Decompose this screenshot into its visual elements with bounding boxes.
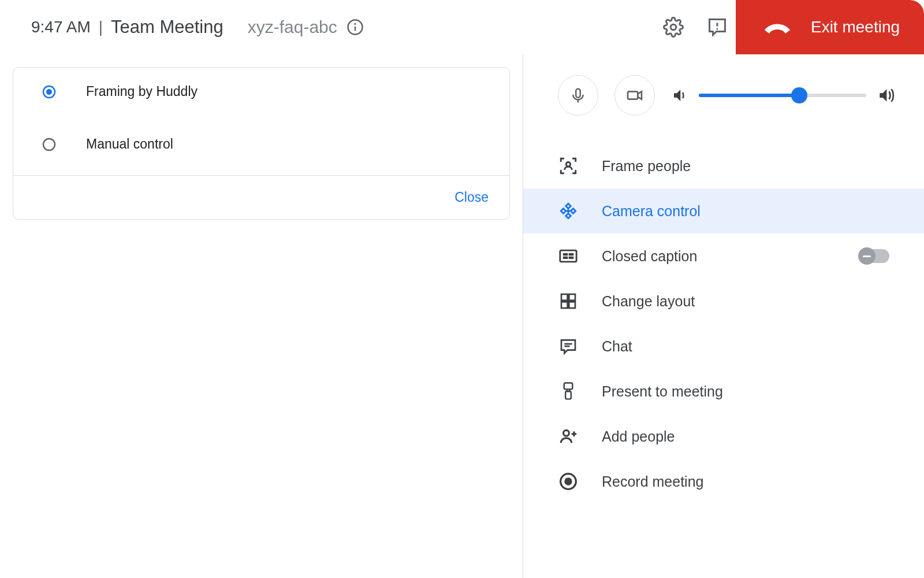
menu-item-label: Record meeting [602,473,889,490]
menu-item-record-meeting[interactable]: Record meeting [523,459,924,504]
menu-item-label: Frame people [602,158,889,175]
chat-icon [558,337,579,355]
menu-list: Frame peopleCamera controlClosed caption… [523,132,924,504]
feedback-icon[interactable] [707,17,728,38]
svg-point-3 [670,24,676,30]
frame-people-icon [558,156,579,176]
left-pane: Framing by HuddlyManual control Close [0,54,523,578]
svg-point-12 [566,162,570,166]
svg-rect-11 [628,91,638,99]
svg-rect-18 [569,302,575,308]
svg-rect-15 [561,294,568,301]
meeting-code: xyz-faq-abc [248,17,337,37]
layout-icon [558,292,579,310]
option-row-0[interactable]: Framing by Huddly [13,68,509,116]
clock: 9:47 AM [31,18,91,36]
svg-rect-9 [576,89,580,98]
menu-item-add-people[interactable]: Add people [523,414,924,459]
card-footer: Close [13,175,509,219]
svg-point-8 [43,139,55,150]
menu-item-change-layout[interactable]: Change layout [523,279,924,324]
top-bar-actions [663,0,728,54]
menu-item-label: Add people [602,428,889,445]
menu-item-label: Closed caption [602,248,836,265]
svg-point-27 [564,477,572,485]
radio-selected-icon [42,85,56,99]
menu-item-frame-people[interactable]: Frame people [523,143,924,188]
option-label: Manual control [86,136,173,152]
exit-meeting-button[interactable]: Exit meeting [736,0,924,54]
option-row-1[interactable]: Manual control [13,116,509,175]
svg-point-5 [717,28,718,30]
hangup-icon [760,17,795,37]
settings-icon[interactable] [663,17,684,38]
add-people-icon [558,427,579,446]
svg-point-13 [567,209,570,213]
right-pane: Frame peopleCamera controlClosed caption… [523,54,924,578]
svg-rect-14 [560,250,576,262]
menu-item-camera-control[interactable]: Camera control [523,188,924,234]
camera-control-card: Framing by HuddlyManual control Close [13,67,510,220]
menu-item-present-to-meeting[interactable]: Present to meeting [523,369,924,414]
menu-item-chat[interactable]: Chat [523,324,924,369]
caption-icon [558,246,579,266]
camera-toggle-button[interactable] [614,75,655,116]
svg-rect-22 [565,391,571,399]
option-label: Framing by Huddly [86,84,198,99]
separator: | [99,18,103,36]
record-icon [558,472,579,491]
svg-point-2 [354,23,356,24]
radio-unselected-icon [42,138,56,151]
svg-rect-16 [569,294,575,301]
svg-rect-21 [564,383,573,389]
volume-slider[interactable] [699,94,866,97]
volume-high-icon [877,86,895,105]
menu-item-label: Change layout [602,293,889,310]
info-icon[interactable] [346,18,364,36]
menu-item-label: Camera control [602,203,889,220]
menu-item-label: Chat [602,338,889,355]
menu-item-label: Present to meeting [602,383,889,400]
volume-low-icon [671,87,688,104]
exit-label: Exit meeting [811,18,900,36]
media-controls [523,54,924,132]
caption-toggle[interactable] [859,249,889,263]
mic-toggle-button[interactable] [558,75,598,116]
camera-control-icon [558,201,579,221]
svg-point-7 [46,89,52,95]
svg-point-23 [564,430,569,436]
meeting-title: Team Meeting [111,17,223,38]
top-bar: 9:47 AM | Team Meeting xyz-faq-abc [0,0,924,54]
close-button[interactable]: Close [454,190,489,205]
menu-item-closed-caption[interactable]: Closed caption [523,234,924,279]
present-icon [558,381,579,401]
svg-rect-17 [561,302,568,308]
